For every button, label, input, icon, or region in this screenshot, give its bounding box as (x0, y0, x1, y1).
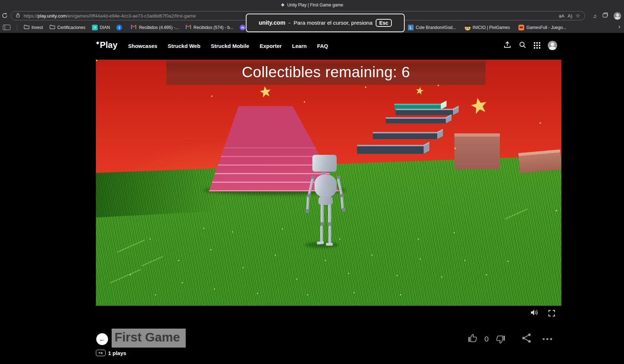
bookmark-gmail-2[interactable]: Recibidos (574) - b... (185, 24, 233, 30)
robot-head (312, 155, 337, 172)
like-count: 0 (484, 335, 489, 343)
share-icon[interactable] (521, 333, 532, 345)
robot-torso (315, 174, 337, 197)
unity-favicon-icon: ❖ (281, 3, 285, 8)
back-button[interactable]: ← (96, 333, 108, 345)
star-collectible (259, 85, 272, 98)
media-control-icon[interactable]: ♫ (593, 13, 597, 19)
sparkle-particles (96, 60, 97, 61)
stair-step (373, 132, 437, 139)
nav-link-showcases[interactable]: Showcases (128, 43, 157, 49)
robot-pelvis (318, 197, 333, 205)
nav-link-learn[interactable]: Learn (292, 43, 307, 49)
folder-icon (49, 25, 55, 30)
brown-crate-edge (518, 149, 561, 173)
refresh-icon[interactable] (2, 13, 8, 20)
favorite-star-icon[interactable]: ☆ (576, 13, 580, 19)
site-profile-avatar[interactable] (548, 41, 557, 50)
bookmark-invest[interactable]: Invest (24, 25, 43, 30)
robot-leg (320, 226, 323, 243)
grass-streak (117, 240, 145, 253)
grass-streak (141, 256, 163, 266)
nav-link-exporter[interactable]: Exporter (260, 43, 282, 49)
back-arrow-icon: ← (99, 335, 106, 343)
robot-leg (328, 205, 331, 223)
collections-icon[interactable] (602, 12, 608, 19)
robot-foot (326, 243, 333, 246)
play-logo[interactable]: ❖ Play (96, 40, 117, 50)
folder-icon (24, 25, 29, 30)
game-title: First Game (112, 329, 186, 348)
translate-icon[interactable]: aA (559, 13, 565, 19)
browser-profile-avatar[interactable] (614, 12, 621, 20)
pirate-site-icon (465, 25, 471, 30)
bookmark-certificaciones[interactable]: Certificaciones (49, 25, 86, 30)
divider (17, 25, 17, 30)
speaker-icon[interactable] (530, 309, 539, 318)
search-icon[interactable] (519, 41, 526, 50)
bookmark-dian[interactable]: ⊃ DIAN (92, 25, 110, 30)
apps-grid-icon[interactable] (534, 42, 540, 49)
stair-step (396, 109, 453, 115)
gmail-icon (131, 24, 137, 30)
url-text: https://play.unity.com/en/games/0ff44a4d… (24, 13, 196, 19)
dian-site-icon: ⊃ (92, 25, 98, 30)
nav-link-struckd-web[interactable]: Struckd Web (168, 43, 200, 49)
gamepad-plays-icon: +o (96, 350, 106, 356)
bookmark-cole-brandon[interactable]: L Cole Brandon#God... (408, 25, 456, 30)
stair-step (386, 117, 446, 123)
hud-banner: Collectibles remaining: 6 (166, 60, 486, 85)
site-navbar: ❖ Play Showcases Struckd Web Struckd Mob… (0, 33, 624, 60)
star-collectible (469, 96, 489, 116)
robot-leg (328, 226, 331, 244)
unity-logo-icon: ❖ (96, 41, 99, 45)
nav-link-struckd-mobile[interactable]: Struckd Mobile (211, 43, 249, 49)
browser-titlebar: ❖ Unity Play | First Game game (0, 0, 624, 10)
more-options-button[interactable]: ••• (542, 335, 554, 343)
gamepad-site-icon (518, 25, 524, 30)
collectibles-counter: Collectibles remaining: 6 (242, 64, 410, 81)
facebook-icon: f (116, 25, 122, 30)
brown-crate (454, 133, 500, 169)
dislike-button[interactable] (495, 333, 506, 345)
bookmarks-overflow-chevron-icon[interactable]: › (618, 23, 620, 30)
sidebar-panel-icon[interactable] (3, 25, 10, 30)
game-viewport[interactable]: Collectibles remaining: 6 (96, 60, 561, 306)
bookmark-facebook[interactable]: f (116, 25, 124, 30)
upload-icon[interactable] (503, 41, 511, 50)
bookmark-gmail-1[interactable]: Recibidos (4.695) -... (131, 24, 179, 30)
bookmark-gamesfull[interactable]: GamesFull - Juego... (518, 25, 566, 30)
stair-step (357, 145, 424, 154)
bookmark-pivigames[interactable]: INICIO | PiviGames (465, 25, 510, 30)
l-site-icon: L (408, 25, 414, 30)
plays-count: +o 1 plays (96, 350, 126, 356)
toast-message: Para mostrar el cursor, presiona (294, 20, 373, 26)
toast-domain: unity.com (259, 20, 285, 26)
esc-hint-toast: unity.com - Para mostrar el cursor, pres… (246, 14, 405, 32)
read-aloud-icon[interactable]: A) (568, 13, 572, 19)
robot-character (302, 152, 350, 249)
lock-icon (15, 13, 20, 19)
grass-streak (504, 208, 528, 220)
purple-site-icon: m (240, 25, 245, 30)
nav-link-faq[interactable]: FAQ (317, 43, 328, 49)
tab-title: Unity Play | First Game game (287, 3, 343, 8)
esc-key-badge: Esc (376, 19, 392, 27)
gmail-icon (185, 24, 191, 30)
fullscreen-icon[interactable] (548, 310, 555, 318)
robot-leg (321, 205, 324, 223)
star-collectible (415, 86, 424, 95)
grass-streak (109, 269, 141, 284)
like-button[interactable] (467, 333, 478, 345)
